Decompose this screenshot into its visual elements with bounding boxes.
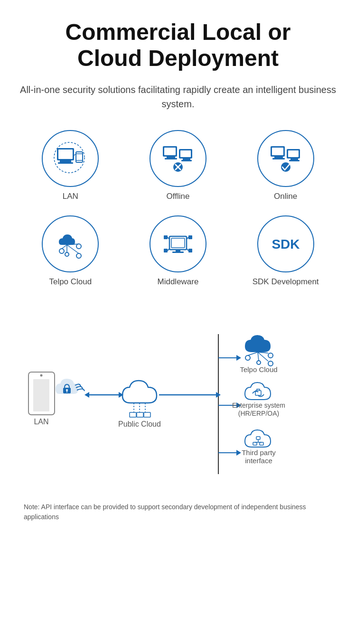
svg-point-75 [245, 355, 250, 360]
icon-grid: LAN [19, 130, 337, 287]
diagram-section: LAN Public Cloud [19, 310, 337, 493]
middleware-icon [159, 225, 197, 263]
svg-marker-57 [84, 392, 89, 398]
svg-line-32 [62, 245, 67, 249]
svg-rect-64 [144, 412, 150, 417]
sdk-icon-circle: SDK [257, 215, 314, 272]
svg-rect-63 [137, 412, 143, 417]
svg-rect-39 [188, 235, 192, 239]
telpo-cloud-icon-circle [42, 215, 99, 272]
diagram-svg: LAN Public Cloud [19, 310, 337, 491]
middleware-icon-circle [150, 215, 206, 272]
svg-rect-51 [33, 379, 49, 411]
svg-text:SDK: SDK [272, 237, 300, 252]
svg-marker-74 [236, 450, 241, 456]
svg-line-82 [258, 352, 268, 361]
lan-icon [51, 140, 89, 177]
svg-rect-9 [164, 148, 176, 155]
icon-cell-online: Online [234, 130, 337, 201]
svg-line-79 [248, 352, 258, 355]
icon-cell-lan: LAN [19, 130, 122, 201]
online-label: Online [274, 192, 297, 201]
svg-point-29 [76, 244, 81, 249]
offline-icon-circle [150, 130, 206, 187]
svg-line-80 [258, 352, 268, 353]
svg-rect-40 [164, 249, 168, 252]
svg-rect-13 [180, 150, 191, 157]
svg-text:Third party: Third party [242, 448, 276, 457]
icon-cell-telpo-cloud: Telpo Cloud [19, 215, 122, 287]
svg-text:Enterprise system: Enterprise system [232, 401, 285, 409]
svg-rect-22 [272, 158, 285, 159]
svg-rect-41 [188, 249, 192, 252]
svg-point-30 [76, 253, 81, 258]
icon-cell-offline: Offline [127, 130, 230, 201]
svg-line-45 [187, 249, 188, 251]
svg-rect-10 [167, 157, 175, 158]
telpo-cloud-icon [51, 225, 89, 263]
svg-rect-21 [274, 157, 283, 158]
svg-text:Public Cloud: Public Cloud [118, 420, 161, 428]
svg-rect-1 [60, 160, 71, 162]
svg-point-31 [65, 252, 69, 256]
svg-line-44 [168, 249, 169, 251]
svg-rect-37 [171, 238, 185, 248]
svg-point-28 [59, 249, 64, 253]
offline-icon [159, 140, 197, 177]
svg-rect-47 [172, 252, 184, 253]
svg-rect-20 [272, 148, 283, 155]
online-icon-circle [257, 130, 314, 187]
svg-point-53 [66, 389, 68, 391]
svg-rect-2 [58, 162, 73, 164]
svg-rect-11 [165, 158, 177, 159]
offline-label: Offline [167, 192, 190, 201]
svg-point-50 [40, 374, 43, 377]
svg-line-35 [67, 245, 79, 253]
icon-cell-sdk: SDK SDK Development [234, 215, 337, 287]
page-subtitle: All-in-one security solutions facilitati… [19, 83, 337, 111]
svg-rect-3 [58, 149, 73, 159]
online-icon [267, 140, 305, 177]
sdk-label: SDK Development [253, 277, 319, 287]
telpo-cloud-label: Telpo Cloud [49, 277, 92, 287]
page-title: Commercial Local orCloud Deployment [19, 19, 337, 71]
page: Commercial Local orCloud Deployment All-… [0, 0, 356, 536]
svg-rect-24 [288, 150, 299, 157]
svg-rect-25 [290, 159, 298, 160]
svg-text:LAN: LAN [34, 418, 48, 426]
icon-cell-middleware: Middleware [127, 215, 230, 287]
diagram-note: Note: API interface can be provided to s… [19, 502, 337, 522]
svg-rect-62 [130, 412, 136, 417]
svg-rect-87 [256, 437, 260, 439]
svg-point-76 [268, 353, 273, 358]
svg-rect-14 [183, 159, 190, 160]
sdk-icon: SDK [267, 225, 305, 263]
middleware-label: Middleware [158, 277, 199, 287]
svg-rect-15 [181, 160, 192, 161]
svg-rect-46 [176, 250, 180, 252]
svg-text:interface: interface [245, 457, 272, 465]
lan-icon-circle [42, 130, 99, 187]
svg-rect-26 [289, 160, 300, 161]
svg-line-81 [258, 352, 259, 361]
svg-text:Telpo Cloud: Telpo Cloud [240, 365, 277, 373]
svg-point-78 [257, 361, 261, 364]
svg-marker-70 [236, 355, 241, 361]
svg-rect-38 [164, 235, 168, 239]
svg-text:(HR/ERP/OA): (HR/ERP/OA) [238, 410, 279, 417]
lan-label: LAN [63, 192, 78, 201]
svg-rect-91 [260, 442, 263, 445]
svg-rect-90 [253, 442, 257, 445]
